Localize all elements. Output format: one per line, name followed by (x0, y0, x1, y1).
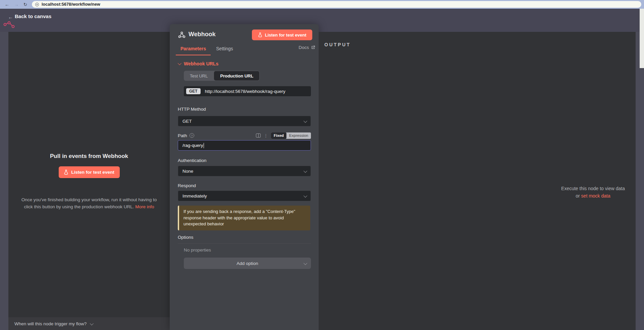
mode-fixed[interactable]: Fixed (271, 132, 286, 139)
browser-back-icon[interactable]: ← (5, 2, 9, 7)
test-url-segment[interactable]: Test URL (184, 73, 214, 78)
listen-for-test-event-button-top[interactable]: Listen for test event (252, 30, 312, 40)
browser-forward-icon[interactable]: → (14, 2, 19, 7)
docs-link[interactable]: Docs (299, 45, 315, 50)
address-url[interactable]: localhost:5678/workflow/new (42, 2, 100, 7)
authentication-label: Authentication (178, 158, 207, 163)
webhook-url-display[interactable]: GET http://localhost:5678/webhook/rag-qu… (184, 86, 311, 96)
production-url-segment[interactable]: Production URL (214, 71, 259, 80)
chevron-down-icon (304, 194, 306, 199)
external-link-icon (311, 45, 315, 50)
webhook-urls-section-toggle[interactable]: Webhook URLs (178, 61, 218, 66)
text-cursor (204, 143, 204, 148)
webhook-url-value: http://localhost:5678/webhook/rag-query (205, 89, 285, 94)
chevron-down-icon (304, 261, 306, 266)
site-info-icon[interactable] (35, 3, 39, 6)
input-panel: Pull in events from Webhook Listen for t… (8, 32, 170, 330)
chevron-down-icon (304, 169, 306, 174)
trigger-info-toggle[interactable]: When will this node trigger my flow? (8, 317, 170, 330)
respond-value: Immediately (182, 194, 207, 199)
back-to-canvas-link[interactable]: Back to canvas (15, 13, 51, 19)
set-mock-data-link[interactable]: set mock data (581, 193, 610, 199)
path-input-value: /rag-query (182, 143, 203, 148)
output-title: OUTPUT (324, 42, 351, 47)
tab-settings[interactable]: Settings (215, 43, 234, 55)
path-field-header: Path ? ⋮ Fixed Expression (178, 132, 311, 139)
authentication-select[interactable]: None (178, 166, 311, 176)
inline-expression-editor-icon[interactable] (256, 133, 261, 138)
n8n-logo-icon (3, 17, 16, 31)
webhook-node-settings-panel: Webhook Listen for test event Parameters… (170, 24, 319, 330)
flask-icon (64, 170, 68, 175)
node-tabs: Parameters Settings (176, 43, 234, 55)
output-empty-state: Execute this node to view data or set mo… (550, 185, 636, 200)
fixed-expression-toggle: Fixed Expression (271, 132, 311, 139)
tab-parameters[interactable]: Parameters (176, 43, 211, 55)
url-environment-toggle: Test URL Production URL (184, 71, 260, 81)
flask-icon (258, 33, 262, 37)
options-divider (178, 243, 311, 244)
http-method-label: HTTP Method (178, 107, 206, 112)
add-option-button[interactable]: Add option (184, 258, 311, 269)
app-header: ← Back to canvas (0, 9, 644, 32)
docs-label: Docs (299, 45, 309, 50)
listen-button-label: Listen for test event (71, 170, 114, 175)
node-title: Webhook (189, 31, 216, 38)
http-method-select[interactable]: GET (178, 116, 311, 126)
listen-for-test-event-button[interactable]: Listen for test event (59, 166, 120, 178)
chevron-down-icon (304, 119, 306, 124)
chevron-down-icon (90, 321, 93, 326)
listen-button-label: Listen for test event (265, 33, 307, 38)
pull-events-heading: Pull in events from Webhook (8, 153, 170, 160)
webhook-hint-text: Once you've finished building your workf… (12, 196, 166, 210)
browser-reload-icon[interactable]: ↻ (23, 2, 27, 7)
mode-expression[interactable]: Expression (286, 133, 311, 138)
no-properties-text: No properties (184, 248, 211, 253)
path-input[interactable]: /rag-query (178, 140, 311, 151)
address-bar[interactable]: localhost:5678/workflow/new (32, 1, 641, 8)
authentication-value: None (182, 169, 193, 174)
more-options-dots-icon[interactable]: ⋮ (264, 133, 268, 138)
webhook-urls-title: Webhook URLs (184, 61, 218, 66)
browser-toolbar: ← → ↻ localhost:5678/workflow/new (0, 0, 644, 9)
add-option-label: Add option (236, 261, 258, 266)
browser-scrollbar[interactable] (640, 9, 644, 68)
chevron-down-icon (178, 61, 180, 66)
path-label: Path (178, 133, 187, 138)
options-label: Options (178, 235, 194, 240)
http-method-badge: GET (186, 88, 201, 94)
help-question-icon[interactable]: ? (190, 133, 194, 138)
respond-label: Respond (178, 183, 196, 188)
output-panel: OUTPUT Execute this node to view data or… (319, 32, 636, 330)
webhook-node-icon (178, 31, 186, 39)
trigger-info-label: When will this node trigger my flow? (14, 321, 87, 326)
more-info-link[interactable]: More info (135, 204, 154, 209)
content-type-notice: If you are sending back a response, add … (178, 206, 310, 230)
respond-select[interactable]: Immediately (178, 190, 311, 201)
http-method-value: GET (182, 119, 192, 124)
n8n-webhook-ndv-screen: ← → ↻ localhost:5678/workflow/new ← Back… (0, 0, 644, 330)
